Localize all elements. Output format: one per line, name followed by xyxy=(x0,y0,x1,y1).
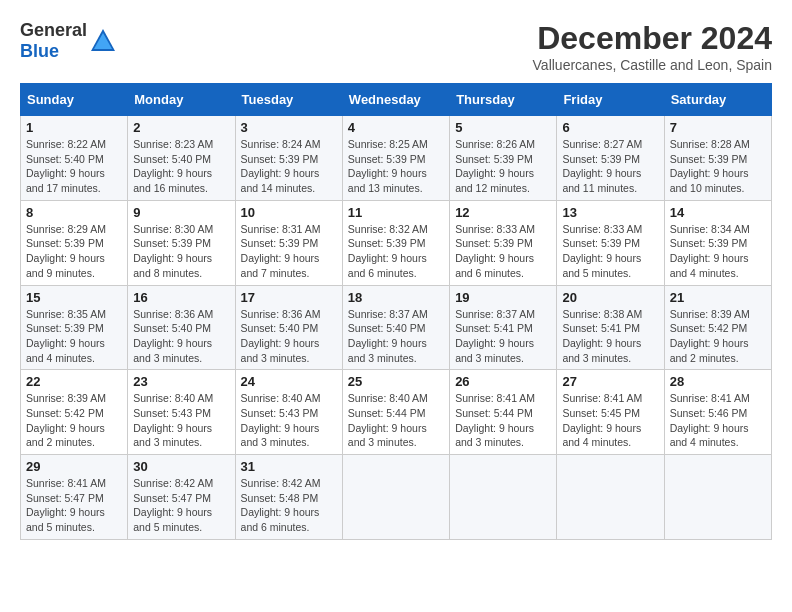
day-info: Sunrise: 8:23 AMSunset: 5:40 PMDaylight:… xyxy=(133,138,213,194)
calendar-day-cell: 23 Sunrise: 8:40 AMSunset: 5:43 PMDaylig… xyxy=(128,370,235,455)
day-number: 12 xyxy=(455,205,551,220)
day-number: 4 xyxy=(348,120,444,135)
weekday-header-cell: Friday xyxy=(557,84,664,116)
day-info: Sunrise: 8:41 AMSunset: 5:46 PMDaylight:… xyxy=(670,392,750,448)
day-info: Sunrise: 8:40 AMSunset: 5:44 PMDaylight:… xyxy=(348,392,428,448)
day-info: Sunrise: 8:37 AMSunset: 5:40 PMDaylight:… xyxy=(348,308,428,364)
day-info: Sunrise: 8:33 AMSunset: 5:39 PMDaylight:… xyxy=(562,223,642,279)
month-title: December 2024 xyxy=(533,20,772,57)
calendar-day-cell: 27 Sunrise: 8:41 AMSunset: 5:45 PMDaylig… xyxy=(557,370,664,455)
day-info: Sunrise: 8:38 AMSunset: 5:41 PMDaylight:… xyxy=(562,308,642,364)
weekday-header-row: SundayMondayTuesdayWednesdayThursdayFrid… xyxy=(21,84,772,116)
calendar-day-cell xyxy=(450,455,557,540)
calendar-day-cell: 14 Sunrise: 8:34 AMSunset: 5:39 PMDaylig… xyxy=(664,200,771,285)
calendar-day-cell: 1 Sunrise: 8:22 AMSunset: 5:40 PMDayligh… xyxy=(21,116,128,201)
day-number: 31 xyxy=(241,459,337,474)
logo: General Blue xyxy=(20,20,117,62)
day-number: 11 xyxy=(348,205,444,220)
day-number: 10 xyxy=(241,205,337,220)
calendar-day-cell xyxy=(557,455,664,540)
day-number: 18 xyxy=(348,290,444,305)
day-number: 1 xyxy=(26,120,122,135)
calendar-day-cell: 20 Sunrise: 8:38 AMSunset: 5:41 PMDaylig… xyxy=(557,285,664,370)
day-info: Sunrise: 8:36 AMSunset: 5:40 PMDaylight:… xyxy=(241,308,321,364)
day-number: 25 xyxy=(348,374,444,389)
day-info: Sunrise: 8:26 AMSunset: 5:39 PMDaylight:… xyxy=(455,138,535,194)
day-number: 5 xyxy=(455,120,551,135)
weekday-header-cell: Wednesday xyxy=(342,84,449,116)
calendar-day-cell: 11 Sunrise: 8:32 AMSunset: 5:39 PMDaylig… xyxy=(342,200,449,285)
day-info: Sunrise: 8:40 AMSunset: 5:43 PMDaylight:… xyxy=(241,392,321,448)
calendar-day-cell: 17 Sunrise: 8:36 AMSunset: 5:40 PMDaylig… xyxy=(235,285,342,370)
day-number: 22 xyxy=(26,374,122,389)
day-number: 27 xyxy=(562,374,658,389)
calendar-day-cell: 5 Sunrise: 8:26 AMSunset: 5:39 PMDayligh… xyxy=(450,116,557,201)
day-info: Sunrise: 8:24 AMSunset: 5:39 PMDaylight:… xyxy=(241,138,321,194)
day-number: 13 xyxy=(562,205,658,220)
day-info: Sunrise: 8:27 AMSunset: 5:39 PMDaylight:… xyxy=(562,138,642,194)
day-number: 7 xyxy=(670,120,766,135)
calendar-day-cell: 7 Sunrise: 8:28 AMSunset: 5:39 PMDayligh… xyxy=(664,116,771,201)
day-info: Sunrise: 8:39 AMSunset: 5:42 PMDaylight:… xyxy=(26,392,106,448)
calendar-day-cell: 19 Sunrise: 8:37 AMSunset: 5:41 PMDaylig… xyxy=(450,285,557,370)
calendar-day-cell: 2 Sunrise: 8:23 AMSunset: 5:40 PMDayligh… xyxy=(128,116,235,201)
day-info: Sunrise: 8:30 AMSunset: 5:39 PMDaylight:… xyxy=(133,223,213,279)
calendar-table: SundayMondayTuesdayWednesdayThursdayFrid… xyxy=(20,83,772,540)
day-number: 21 xyxy=(670,290,766,305)
weekday-header-cell: Thursday xyxy=(450,84,557,116)
day-info: Sunrise: 8:40 AMSunset: 5:43 PMDaylight:… xyxy=(133,392,213,448)
day-number: 9 xyxy=(133,205,229,220)
calendar-week-row: 29 Sunrise: 8:41 AMSunset: 5:47 PMDaylig… xyxy=(21,455,772,540)
day-info: Sunrise: 8:33 AMSunset: 5:39 PMDaylight:… xyxy=(455,223,535,279)
calendar-day-cell: 21 Sunrise: 8:39 AMSunset: 5:42 PMDaylig… xyxy=(664,285,771,370)
calendar-day-cell: 12 Sunrise: 8:33 AMSunset: 5:39 PMDaylig… xyxy=(450,200,557,285)
day-info: Sunrise: 8:28 AMSunset: 5:39 PMDaylight:… xyxy=(670,138,750,194)
day-number: 30 xyxy=(133,459,229,474)
day-info: Sunrise: 8:41 AMSunset: 5:47 PMDaylight:… xyxy=(26,477,106,533)
calendar-day-cell xyxy=(664,455,771,540)
calendar-day-cell: 16 Sunrise: 8:36 AMSunset: 5:40 PMDaylig… xyxy=(128,285,235,370)
calendar-day-cell: 3 Sunrise: 8:24 AMSunset: 5:39 PMDayligh… xyxy=(235,116,342,201)
day-info: Sunrise: 8:41 AMSunset: 5:44 PMDaylight:… xyxy=(455,392,535,448)
calendar-day-cell: 6 Sunrise: 8:27 AMSunset: 5:39 PMDayligh… xyxy=(557,116,664,201)
day-number: 26 xyxy=(455,374,551,389)
day-info: Sunrise: 8:22 AMSunset: 5:40 PMDaylight:… xyxy=(26,138,106,194)
day-info: Sunrise: 8:41 AMSunset: 5:45 PMDaylight:… xyxy=(562,392,642,448)
calendar-day-cell: 24 Sunrise: 8:40 AMSunset: 5:43 PMDaylig… xyxy=(235,370,342,455)
header: General Blue December 2024 Valluercanes,… xyxy=(20,20,772,73)
title-area: December 2024 Valluercanes, Castille and… xyxy=(533,20,772,73)
day-info: Sunrise: 8:34 AMSunset: 5:39 PMDaylight:… xyxy=(670,223,750,279)
calendar-day-cell: 30 Sunrise: 8:42 AMSunset: 5:47 PMDaylig… xyxy=(128,455,235,540)
location-title: Valluercanes, Castille and Leon, Spain xyxy=(533,57,772,73)
day-number: 28 xyxy=(670,374,766,389)
calendar-day-cell: 13 Sunrise: 8:33 AMSunset: 5:39 PMDaylig… xyxy=(557,200,664,285)
calendar-body: 1 Sunrise: 8:22 AMSunset: 5:40 PMDayligh… xyxy=(21,116,772,540)
day-number: 14 xyxy=(670,205,766,220)
weekday-header-cell: Monday xyxy=(128,84,235,116)
day-info: Sunrise: 8:36 AMSunset: 5:40 PMDaylight:… xyxy=(133,308,213,364)
day-info: Sunrise: 8:31 AMSunset: 5:39 PMDaylight:… xyxy=(241,223,321,279)
day-number: 29 xyxy=(26,459,122,474)
weekday-header-cell: Sunday xyxy=(21,84,128,116)
day-number: 2 xyxy=(133,120,229,135)
day-number: 6 xyxy=(562,120,658,135)
calendar-week-row: 15 Sunrise: 8:35 AMSunset: 5:39 PMDaylig… xyxy=(21,285,772,370)
day-info: Sunrise: 8:39 AMSunset: 5:42 PMDaylight:… xyxy=(670,308,750,364)
day-number: 23 xyxy=(133,374,229,389)
calendar-day-cell: 26 Sunrise: 8:41 AMSunset: 5:44 PMDaylig… xyxy=(450,370,557,455)
day-number: 3 xyxy=(241,120,337,135)
day-number: 15 xyxy=(26,290,122,305)
logo-text: General Blue xyxy=(20,20,87,62)
weekday-header-cell: Tuesday xyxy=(235,84,342,116)
logo-icon xyxy=(89,27,117,55)
calendar-week-row: 22 Sunrise: 8:39 AMSunset: 5:42 PMDaylig… xyxy=(21,370,772,455)
calendar-day-cell: 4 Sunrise: 8:25 AMSunset: 5:39 PMDayligh… xyxy=(342,116,449,201)
day-info: Sunrise: 8:37 AMSunset: 5:41 PMDaylight:… xyxy=(455,308,535,364)
day-info: Sunrise: 8:35 AMSunset: 5:39 PMDaylight:… xyxy=(26,308,106,364)
day-number: 20 xyxy=(562,290,658,305)
calendar-day-cell: 18 Sunrise: 8:37 AMSunset: 5:40 PMDaylig… xyxy=(342,285,449,370)
calendar-day-cell xyxy=(342,455,449,540)
day-info: Sunrise: 8:25 AMSunset: 5:39 PMDaylight:… xyxy=(348,138,428,194)
weekday-header-cell: Saturday xyxy=(664,84,771,116)
day-number: 8 xyxy=(26,205,122,220)
